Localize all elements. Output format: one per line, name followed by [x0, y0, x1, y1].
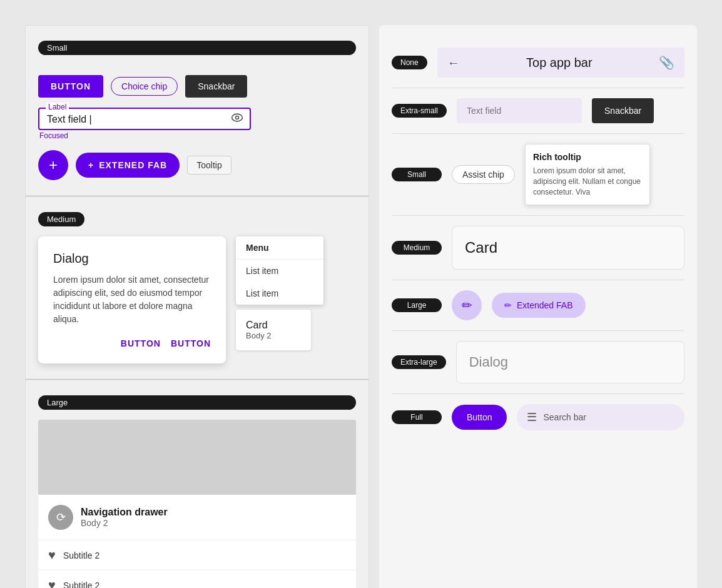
small-badge: Small — [38, 41, 356, 55]
menu-item-2[interactable]: List item — [236, 282, 323, 305]
menu-item-1[interactable]: List item — [236, 260, 323, 282]
rich-tooltip: Rich tooltip Lorem ipsum dolor sit amet,… — [525, 144, 650, 205]
attach-icon[interactable]: 📎 — [659, 55, 674, 70]
fab-extended-button[interactable]: + EXTENED FAB — [76, 153, 180, 178]
row-extra-small: Extra-small Snackbar — [392, 88, 684, 134]
row-large: Large ✏ ✏ Extended FAB — [392, 280, 684, 331]
menu-card: Menu List item List item — [236, 236, 323, 305]
tooltip: Tooltip — [187, 156, 231, 175]
nav-title: Navigation drawer — [81, 507, 168, 518]
card-small-title: Card — [246, 320, 301, 331]
rich-tooltip-body: Lorem ipsum dolor sit amet, adipiscing e… — [533, 166, 642, 197]
avatar: ⟳ — [48, 505, 73, 530]
text-field-container[interactable]: Label — [38, 108, 251, 130]
menu-title: Menu — [236, 236, 323, 260]
right-text-field[interactable] — [457, 98, 582, 123]
dialog-actions: BUTTON BUTTON — [53, 338, 211, 348]
button-filled[interactable]: BUTTON — [38, 75, 103, 98]
row-medium: Medium Card — [392, 216, 684, 280]
fab-extended-plus-icon: + — [88, 160, 94, 170]
fab-small-right[interactable]: ✏ — [452, 290, 482, 320]
dialog-title: Dialog — [53, 251, 211, 266]
medium-badge: Medium — [38, 212, 84, 226]
large-badge-right: Large — [392, 298, 442, 312]
svg-point-1 — [236, 116, 239, 119]
search-bar-text: Search bar — [543, 412, 586, 422]
row-full: Full Button ☰ Search bar — [392, 394, 684, 440]
dialog-card: Dialog Lorem ipsum dolor sit amet, conse… — [38, 236, 226, 363]
assist-chip[interactable]: Assist chip — [452, 165, 515, 184]
left-panel: Small BUTTON Choice chip Snackbar Label … — [25, 25, 369, 588]
fab-extended-right-label: Extended FAB — [517, 300, 573, 310]
rich-tooltip-title: Rich tooltip — [533, 152, 642, 162]
text-field-input[interactable] — [47, 114, 210, 125]
right-snackbar: Snackbar — [592, 98, 654, 123]
heart-icon-2: ♥ — [48, 578, 56, 588]
card-small: Card Body 2 — [236, 310, 311, 350]
button-filled-right[interactable]: Button — [452, 405, 507, 430]
text-field-helper: Focused — [39, 131, 356, 140]
large-badge: Large — [38, 395, 356, 410]
fab-icon: + — [49, 156, 58, 174]
nav-item-2-text: Subtitle 2 — [63, 580, 99, 589]
row-small: Small Assist chip Rich tooltip Lorem ips… — [392, 134, 684, 216]
fab-button[interactable]: + — [38, 150, 68, 180]
nav-subtitle: Body 2 — [81, 518, 168, 528]
snackbar: Snackbar — [185, 75, 247, 98]
extra-large-badge: Extra-large — [392, 355, 446, 369]
nav-item-1[interactable]: ♥ Subtitle 2 — [38, 540, 356, 570]
medium-badge-right: Medium — [392, 241, 442, 255]
row-extra-large: Extra-large Dialog — [392, 331, 684, 394]
fab-row: + + EXTENED FAB Tooltip — [38, 150, 356, 180]
choice-chip[interactable]: Choice chip — [111, 77, 178, 96]
search-bar[interactable]: ☰ Search bar — [517, 404, 684, 430]
card-right: Card — [452, 226, 684, 270]
dialog-right-title: Dialog — [469, 354, 671, 370]
text-field-label: Label — [46, 103, 69, 111]
svg-point-0 — [232, 114, 243, 121]
heart-icon-1: ♥ — [48, 548, 56, 562]
fab-extended-right-icon: ✏ — [504, 300, 512, 310]
dialog-right: Dialog — [456, 341, 684, 383]
eye-icon[interactable] — [231, 111, 243, 126]
avatar-icon: ⟳ — [56, 510, 66, 524]
right-panel: None ← Top app bar 📎 Extra-small Snackba… — [379, 25, 697, 588]
nav-drawer-header: ⟳ Navigation drawer Body 2 — [38, 495, 356, 540]
back-icon[interactable]: ← — [447, 56, 460, 70]
menu-card-wrapper: Menu List item List item Card Body 2 — [236, 236, 323, 350]
text-field-wrapper: Label Focused — [38, 108, 356, 140]
none-badge: None — [392, 56, 427, 69]
dialog-btn-1[interactable]: BUTTON — [121, 338, 161, 348]
row-none: None ← Top app bar 📎 — [392, 38, 684, 88]
section-large: Large ⟳ Navigation drawer Body 2 ♥ Subti… — [25, 380, 369, 588]
nav-item-1-text: Subtitle 2 — [63, 550, 99, 560]
card-right-title: Card — [465, 239, 671, 256]
nav-drawer: ⟳ Navigation drawer Body 2 ♥ Subtitle 2 … — [38, 495, 356, 588]
top-app-bar-title: Top app bar — [526, 56, 592, 70]
image-placeholder — [38, 420, 356, 495]
card-small-wrapper: Card Body 2 — [236, 310, 323, 350]
card-small-body: Body 2 — [246, 331, 301, 340]
full-badge: Full — [392, 410, 442, 424]
section-medium: Medium Dialog Lorem ipsum dolor sit amet… — [25, 196, 369, 379]
nav-item-2[interactable]: ♥ Subtitle 2 — [38, 570, 356, 588]
nav-text: Navigation drawer Body 2 — [81, 507, 168, 528]
fab-small-icon: ✏ — [462, 298, 472, 313]
dialog-body: Lorem ipsum dolor sit amet, consectetur … — [53, 273, 211, 326]
hamburger-icon[interactable]: ☰ — [527, 410, 537, 424]
section-small: Small BUTTON Choice chip Snackbar Label … — [25, 25, 369, 196]
fab-extended-right[interactable]: ✏ Extended FAB — [492, 293, 586, 318]
small-badge-right: Small — [392, 168, 442, 181]
fab-extended-label: EXTENED FAB — [99, 160, 167, 170]
top-row: BUTTON Choice chip Snackbar — [38, 75, 356, 98]
medium-content: Dialog Lorem ipsum dolor sit amet, conse… — [38, 236, 356, 363]
extra-small-badge: Extra-small — [392, 104, 447, 118]
top-app-bar: ← Top app bar 📎 — [437, 48, 684, 78]
dialog-btn-2[interactable]: BUTTON — [171, 338, 211, 348]
